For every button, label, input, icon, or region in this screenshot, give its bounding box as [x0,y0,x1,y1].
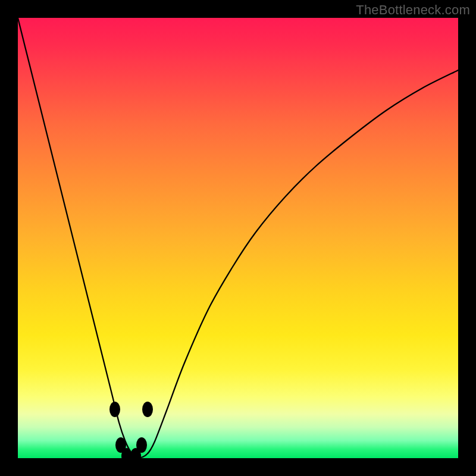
marker-group [109,402,153,458]
chart-stage: TheBottleneck.com [0,0,476,476]
curve-marker [109,402,120,417]
curve-marker [142,402,153,417]
curve-svg [18,18,458,458]
watermark-text: TheBottleneck.com [356,2,470,18]
bottleneck-curve [18,18,458,458]
plot-area [18,18,458,458]
